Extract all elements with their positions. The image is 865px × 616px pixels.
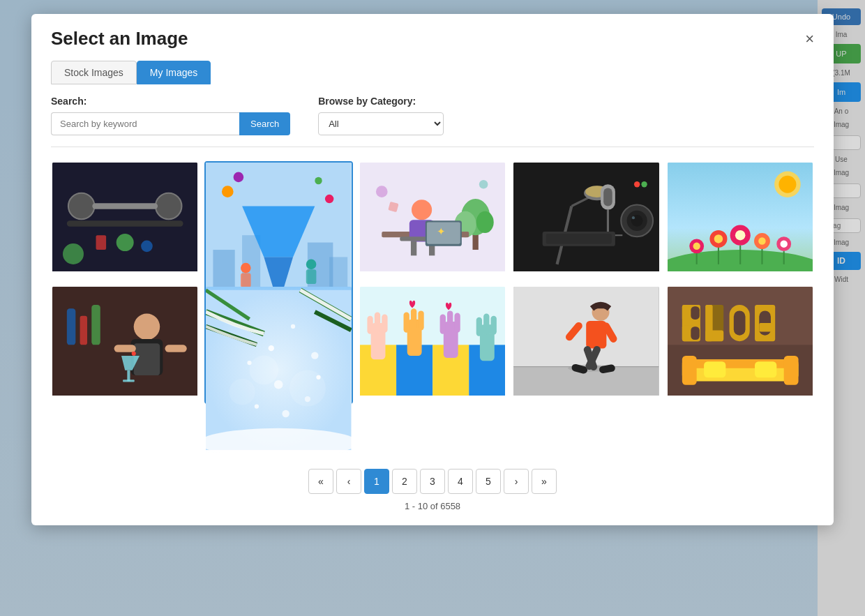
svg-rect-93 <box>123 380 135 382</box>
svg-rect-83 <box>67 308 76 345</box>
svg-point-74 <box>780 240 787 247</box>
image-item[interactable]: ✦ <box>359 161 506 280</box>
svg-point-19 <box>234 172 244 183</box>
page-last-button[interactable]: » <box>532 469 557 494</box>
search-label: Search: <box>51 96 290 107</box>
svg-point-35 <box>412 200 432 220</box>
svg-rect-90 <box>165 345 186 352</box>
svg-point-57 <box>634 181 640 187</box>
svg-rect-164 <box>682 359 798 368</box>
svg-point-108 <box>283 410 289 417</box>
image-grid: FUNNEL MARKETING <box>51 161 814 455</box>
page-1-button[interactable]: 1 <box>364 469 389 494</box>
svg-rect-157 <box>705 305 712 341</box>
svg-point-58 <box>642 181 647 187</box>
search-section: Search: Search <box>51 96 290 135</box>
page-prev-button[interactable]: ‹ <box>336 469 361 494</box>
svg-point-33 <box>476 211 494 233</box>
image-thumbnail <box>668 163 813 271</box>
browse-section: Browse by Category: All Nature Business … <box>318 96 444 135</box>
image-item[interactable] <box>666 285 814 404</box>
svg-point-2 <box>68 193 95 220</box>
svg-rect-166 <box>783 356 798 385</box>
svg-point-6 <box>141 240 153 252</box>
search-button[interactable]: Search <box>239 112 290 135</box>
svg-point-70 <box>735 230 745 241</box>
svg-rect-126 <box>418 310 423 330</box>
modal-title: Select an Image <box>51 28 188 50</box>
svg-point-18 <box>315 177 322 184</box>
page-2-button[interactable]: 2 <box>392 469 417 494</box>
page-3-button[interactable]: 3 <box>420 469 445 494</box>
image-item[interactable] <box>666 161 814 280</box>
svg-point-62 <box>632 216 635 219</box>
svg-point-86 <box>134 313 160 340</box>
svg-rect-56 <box>546 234 612 244</box>
tab-my-images[interactable]: My Images <box>137 61 211 84</box>
pagination: « ‹ 1 2 3 4 5 › » <box>51 469 814 494</box>
page-4-button[interactable]: 4 <box>448 469 473 494</box>
image-thumbnail <box>206 287 351 453</box>
image-thumbnail <box>668 287 813 396</box>
svg-point-72 <box>758 237 765 244</box>
svg-point-68 <box>714 234 723 243</box>
category-select[interactable]: All Nature Business Technology Food Spor… <box>318 112 444 135</box>
svg-rect-1 <box>67 220 183 226</box>
svg-rect-120 <box>367 316 373 334</box>
svg-point-3 <box>156 193 182 220</box>
svg-rect-159 <box>733 310 745 335</box>
image-item[interactable] <box>51 285 199 404</box>
browse-label: Browse by Category: <box>318 96 444 107</box>
svg-rect-92 <box>127 370 130 382</box>
svg-rect-85 <box>91 305 100 345</box>
svg-rect-132 <box>476 317 482 336</box>
results-count: 1 - 10 of 6558 <box>51 501 814 511</box>
svg-point-5 <box>116 234 134 251</box>
svg-rect-38 <box>411 241 416 256</box>
svg-point-44 <box>479 180 488 189</box>
svg-point-16 <box>222 186 234 197</box>
image-item[interactable] <box>204 285 352 455</box>
search-row: Search <box>51 112 290 135</box>
search-input[interactable] <box>51 112 239 135</box>
svg-rect-122 <box>382 315 387 333</box>
image-item[interactable] <box>51 161 199 280</box>
svg-point-111 <box>289 370 326 406</box>
svg-point-103 <box>311 352 318 359</box>
svg-rect-165 <box>682 356 696 385</box>
svg-rect-153 <box>691 306 700 320</box>
tabs-container: Stock Images My Images <box>31 61 834 84</box>
page-5-button[interactable]: 5 <box>476 469 501 494</box>
svg-rect-84 <box>80 316 87 345</box>
image-thumbnail <box>513 163 659 271</box>
svg-point-112 <box>230 379 256 405</box>
svg-rect-128 <box>439 315 445 334</box>
tab-stock-images[interactable]: Stock Images <box>51 61 137 84</box>
image-thumbnail <box>52 287 197 396</box>
modal-header: Select an Image × <box>31 14 834 61</box>
image-item[interactable] <box>512 161 660 280</box>
close-button[interactable]: × <box>805 31 814 47</box>
image-item[interactable] <box>512 285 660 404</box>
svg-point-20 <box>241 263 251 273</box>
search-browse-row: Search: Search Browse by Category: All N… <box>51 96 814 147</box>
modal-body: Search: Search Browse by Category: All N… <box>31 96 834 525</box>
svg-rect-130 <box>454 313 460 332</box>
svg-point-94 <box>132 352 136 356</box>
svg-point-101 <box>269 345 274 351</box>
svg-point-107 <box>255 404 259 408</box>
image-thumbnail <box>52 163 197 271</box>
image-thumbnail <box>513 287 659 396</box>
select-image-modal: Select an Image × Stock Images My Images… <box>31 14 834 525</box>
svg-rect-23 <box>306 269 317 284</box>
page-next-button[interactable]: › <box>504 469 529 494</box>
page-first-button[interactable]: « <box>308 469 333 494</box>
svg-rect-129 <box>447 310 453 332</box>
svg-point-105 <box>274 380 283 389</box>
svg-point-43 <box>376 186 388 197</box>
image-item[interactable] <box>359 285 506 404</box>
svg-rect-124 <box>403 312 409 332</box>
svg-rect-168 <box>755 361 776 377</box>
svg-rect-89 <box>114 345 136 352</box>
svg-rect-52 <box>603 188 612 206</box>
